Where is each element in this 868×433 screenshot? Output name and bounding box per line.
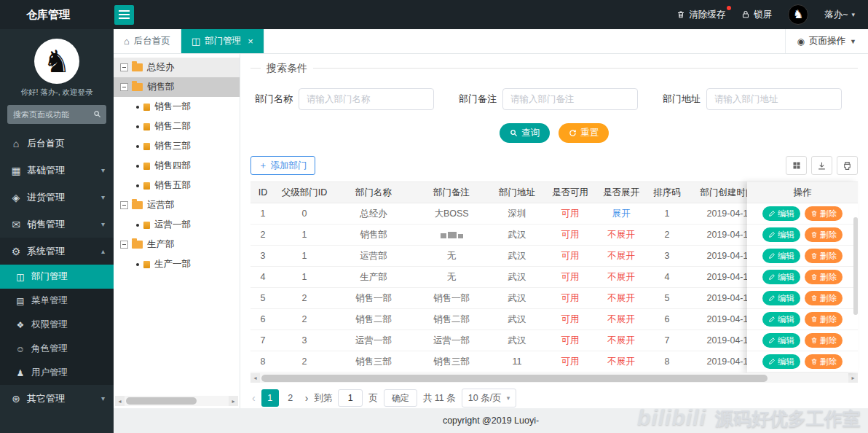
cell-usable: 可用: [545, 309, 596, 329]
edit-button[interactable]: 编辑: [762, 312, 800, 327]
reset-button[interactable]: 重置: [559, 123, 609, 143]
edit-button[interactable]: 编辑: [762, 333, 800, 348]
tree-node[interactable]: 销售四部: [114, 156, 240, 176]
cell-sort: 7: [647, 330, 687, 351]
cell-sort: 4: [647, 267, 687, 287]
collapse-toggle-icon[interactable]: [120, 63, 128, 71]
lock-screen-button[interactable]: 锁屏: [741, 9, 772, 21]
edit-button[interactable]: 编辑: [762, 291, 800, 305]
delete-button[interactable]: 删除: [805, 333, 843, 348]
tree-node[interactable]: 销售一部: [114, 97, 240, 117]
edit-button[interactable]: 编辑: [762, 227, 800, 242]
edit-button[interactable]: 编辑: [762, 206, 800, 221]
collapse-toggle-icon[interactable]: [120, 201, 128, 209]
sidebar-item-other[interactable]: ⊛其它管理▾: [0, 385, 114, 412]
edit-button[interactable]: 编辑: [762, 249, 800, 263]
sidebar-item-basic[interactable]: ▦基础管理▾: [0, 157, 114, 184]
tree-node[interactable]: 总经办: [114, 58, 240, 77]
department-table: ID父级部门ID部门名称部门备注部门地址是否可用是否展开排序码部门创建时间 10…: [250, 182, 858, 383]
tab-department[interactable]: ◫ 部门管理 ×: [181, 29, 264, 53]
collapse-toggle-icon[interactable]: [120, 83, 128, 91]
sidebar-submenu: ◫部门管理▤菜单管理❖权限管理☺角色管理♟用户管理: [0, 265, 114, 385]
tree-node[interactable]: 销售三部: [114, 136, 240, 156]
delete-button[interactable]: 删除: [805, 249, 843, 263]
table-vertical-scrollbar[interactable]: [853, 204, 858, 372]
dept-name-input[interactable]: [299, 88, 434, 110]
scrollbar-thumb[interactable]: [261, 375, 768, 382]
tree-node[interactable]: 运营一部: [114, 215, 240, 235]
clear-cache-button[interactable]: 清除缓存: [676, 9, 725, 21]
dept-remark-input[interactable]: [502, 88, 638, 110]
cell-id: 8: [250, 351, 275, 372]
print-icon[interactable]: [837, 156, 858, 175]
close-icon[interactable]: ×: [248, 36, 253, 47]
delete-button[interactable]: 删除: [805, 206, 843, 221]
tree-node-label: 生产部: [147, 238, 175, 251]
collapse-toggle-icon[interactable]: [120, 241, 128, 249]
sidebar-item-department[interactable]: ◫部门管理: [0, 265, 114, 289]
sidebar-item-label: 基础管理: [27, 164, 65, 177]
sidebar-item-permission[interactable]: ❖权限管理: [0, 313, 114, 337]
scroll-left-icon[interactable]: ◂: [250, 373, 260, 383]
columns-icon[interactable]: [786, 156, 807, 175]
page-number-button[interactable]: 2: [282, 389, 299, 407]
folder-icon: [132, 83, 143, 91]
sidebar-item-system[interactable]: ⚙系统管理▴: [0, 238, 114, 265]
sidebar-item-role[interactable]: ☺角色管理: [0, 337, 114, 361]
copyright-text: copyright @2019 Luoyi-: [443, 416, 539, 426]
delete-button[interactable]: 删除: [805, 270, 843, 284]
main-area: ⌂ 后台首页 ◫ 部门管理 × ◉ 页面操作 ▼ 总经办销售部销售一部销售二部销…: [114, 29, 868, 433]
sidebar-item-purchase[interactable]: ◈进货管理▾: [0, 184, 114, 211]
scroll-right-icon[interactable]: ▸: [229, 396, 238, 406]
scrollbar-thumb[interactable]: [126, 397, 197, 405]
page-size-select[interactable]: 10 条/页 ▾: [462, 389, 516, 407]
delete-button[interactable]: 删除: [805, 291, 843, 305]
sidebar-toggle-button[interactable]: [114, 5, 134, 25]
page-actions-dropdown[interactable]: ◉ 页面操作 ▼: [785, 29, 868, 53]
edit-button[interactable]: 编辑: [762, 354, 800, 369]
edit-button[interactable]: 编辑: [762, 270, 800, 284]
add-department-button[interactable]: ＋ 添加部门: [250, 156, 315, 175]
tree-node[interactable]: 销售二部: [114, 117, 240, 136]
department-leaf-icon: [143, 104, 150, 111]
prev-page-icon[interactable]: ‹: [252, 392, 256, 404]
delete-button[interactable]: 删除: [805, 312, 843, 327]
sidebar-item-sales[interactable]: ✉销售管理▾: [0, 211, 114, 238]
cell-remark: [414, 225, 489, 245]
scroll-right-icon[interactable]: ▸: [848, 373, 858, 383]
department-leaf-icon: [143, 143, 150, 150]
tree-node[interactable]: 销售部: [114, 77, 240, 97]
tree-node[interactable]: 运营部: [114, 195, 240, 215]
next-page-icon[interactable]: ›: [305, 392, 309, 404]
user-avatar[interactable]: ♞: [788, 4, 808, 25]
plus-icon: ＋: [259, 160, 268, 172]
lock-icon: [741, 10, 750, 19]
tree-node[interactable]: 生产一部: [114, 254, 240, 274]
query-button[interactable]: 查询: [500, 123, 550, 143]
page-number-button[interactable]: 1: [261, 389, 279, 407]
tree-node[interactable]: 生产部: [114, 235, 240, 254]
export-icon[interactable]: [811, 156, 832, 175]
scroll-left-icon[interactable]: ◂: [115, 396, 125, 406]
sidebar-search-input[interactable]: [7, 105, 106, 124]
sidebar-menu: ⌂后台首页▦基础管理▾◈进货管理▾✉销售管理▾⚙系统管理▴◫部门管理▤菜单管理❖…: [0, 130, 114, 412]
delete-button[interactable]: 删除: [805, 227, 843, 242]
confirm-button[interactable]: 确定: [384, 389, 417, 407]
chevron-down-icon: ▾: [101, 220, 105, 228]
tree-node[interactable]: 销售五部: [114, 176, 240, 195]
sidebar-item-home[interactable]: ⌂后台首页: [0, 130, 114, 157]
delete-button[interactable]: 删除: [805, 354, 843, 369]
sidebar-item-menu[interactable]: ▤菜单管理: [0, 289, 114, 313]
tree-horizontal-scrollbar[interactable]: ◂ ▸: [115, 396, 238, 406]
goto-page-input[interactable]: [338, 389, 363, 407]
scrollbar-thumb[interactable]: [853, 217, 858, 314]
chevron-down-icon: ▾: [101, 394, 105, 402]
sidebar-item-user[interactable]: ♟用户管理: [0, 361, 114, 385]
cell-parent_id: 2: [275, 309, 334, 329]
tab-home[interactable]: ⌂ 后台首页: [114, 29, 181, 53]
table-horizontal-scrollbar[interactable]: ◂ ▸: [250, 373, 858, 383]
sidebar-search: [7, 105, 106, 124]
tab-bar: ⌂ 后台首页 ◫ 部门管理 × ◉ 页面操作 ▼: [114, 29, 868, 54]
dept-address-input[interactable]: [706, 88, 842, 110]
user-menu[interactable]: 落办~ ▾: [824, 9, 855, 21]
